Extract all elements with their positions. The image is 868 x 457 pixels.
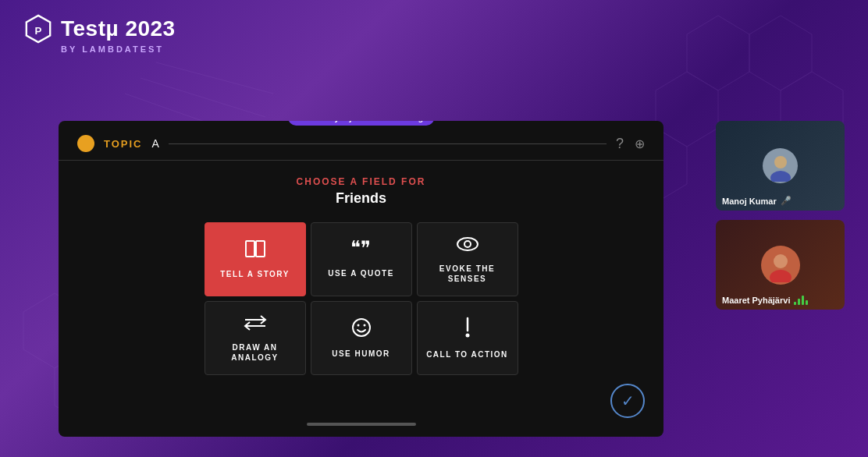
app-title: Testµ 2023 [61, 16, 176, 41]
manoj-mic-icon: 🎤 [781, 196, 792, 206]
maaret-name: Maaret Pyhäjärvi [722, 296, 790, 305]
svg-marker-3 [656, 72, 718, 147]
app-subtitle: BY LAMBDATEST [61, 44, 176, 54]
logo-row: P Testµ 2023 [23, 14, 176, 44]
svg-marker-1 [749, 16, 812, 90]
svg-point-27 [770, 171, 791, 182]
card-evoke-senses[interactable]: EVOKE THESENSES [417, 222, 518, 296]
app-header: P Testµ 2023 BY LAMBDATEST [23, 14, 176, 54]
analogy-icon [244, 314, 267, 336]
main-content: CHOOSE A FIELD FOR Friends TELL A STORY [59, 161, 663, 391]
topic-bar: TOPIC A ? ⊕ [59, 121, 663, 161]
topic-actions: ? ⊕ [616, 136, 645, 152]
sound-bar-4 [806, 300, 808, 305]
svg-point-18 [464, 241, 471, 247]
manoj-name: Manoj Kumar [722, 197, 777, 206]
svg-point-21 [353, 319, 370, 336]
topic-label: TOPIC [104, 138, 143, 150]
topic-dot [77, 135, 94, 152]
book-icon [244, 239, 266, 263]
card-call-action-label: CALL TO ACTION [426, 349, 508, 360]
quote-icon: ❝❞ [350, 240, 372, 262]
card-evoke-senses-label: EVOKE THESENSES [439, 264, 495, 284]
topic-value: A [152, 137, 159, 150]
svg-line-9 [141, 78, 265, 117]
svg-point-25 [465, 334, 469, 338]
svg-point-23 [363, 324, 365, 327]
svg-marker-0 [687, 16, 749, 90]
choose-sublabel: Friends [336, 190, 386, 207]
manoj-video-label: Manoj Kumar 🎤 [722, 196, 792, 206]
card-use-humor[interactable]: USE HUMOR [311, 301, 412, 375]
maaret-sound-bars [794, 296, 808, 305]
card-draw-analogy[interactable]: DRAW ANANALOGY [205, 301, 306, 375]
sound-bar-2 [798, 299, 800, 305]
smiley-icon [351, 317, 372, 342]
choose-label: CHOOSE A FIELD FOR [297, 176, 426, 187]
svg-rect-14 [256, 241, 265, 257]
card-tell-story[interactable]: TELL A STORY [205, 222, 306, 296]
logo-icon: P [23, 14, 53, 44]
help-button[interactable]: ? [616, 136, 624, 152]
help-icon: ? [616, 136, 624, 152]
sidebar-videos: Manoj Kumar 🎤 Maaret Pyhäjärvi [716, 121, 845, 310]
card-grid: TELL A STORY ❝❞ USE A QUOTE [205, 222, 518, 375]
check-icon: ✓ [621, 391, 635, 410]
exit-button[interactable]: ⊕ [635, 136, 645, 152]
svg-text:❝❞: ❝❞ [350, 240, 371, 257]
sound-bar-3 [802, 296, 804, 305]
presenter-badge: Maaret Pyhäjärvi Is Presenting [288, 121, 435, 126]
svg-point-22 [357, 324, 359, 327]
card-call-action[interactable]: CALL TO ACTION [417, 301, 518, 375]
card-use-humor-label: USE HUMOR [332, 349, 390, 359]
exclamation-icon [459, 317, 476, 343]
card-use-quote-label: USE A QUOTE [328, 268, 394, 278]
eye-icon [456, 236, 479, 257]
card-draw-analogy-label: DRAW ANANALOGY [231, 342, 279, 363]
svg-text:P: P [35, 25, 42, 37]
svg-point-29 [770, 270, 792, 282]
svg-line-8 [156, 62, 273, 94]
svg-point-28 [774, 254, 788, 268]
card-tell-story-label: TELL A STORY [220, 269, 290, 279]
maaret-video-label: Maaret Pyhäjärvi [722, 296, 808, 305]
svg-point-17 [457, 238, 478, 250]
svg-point-26 [774, 156, 787, 168]
exit-icon: ⊕ [635, 136, 645, 151]
sound-bar-1 [794, 302, 796, 305]
topic-divider [169, 143, 607, 144]
progress-bar [307, 423, 416, 426]
check-button[interactable]: ✓ [610, 384, 645, 418]
video-panel-maaret: Maaret Pyhäjärvi [716, 220, 845, 310]
card-use-quote[interactable]: ❝❞ USE A QUOTE [311, 222, 412, 296]
video-panel-manoj: Manoj Kumar 🎤 [716, 121, 845, 211]
presentation-window: Maaret Pyhäjärvi Is Presenting TOPIC A ?… [59, 121, 663, 437]
svg-rect-13 [246, 241, 254, 257]
